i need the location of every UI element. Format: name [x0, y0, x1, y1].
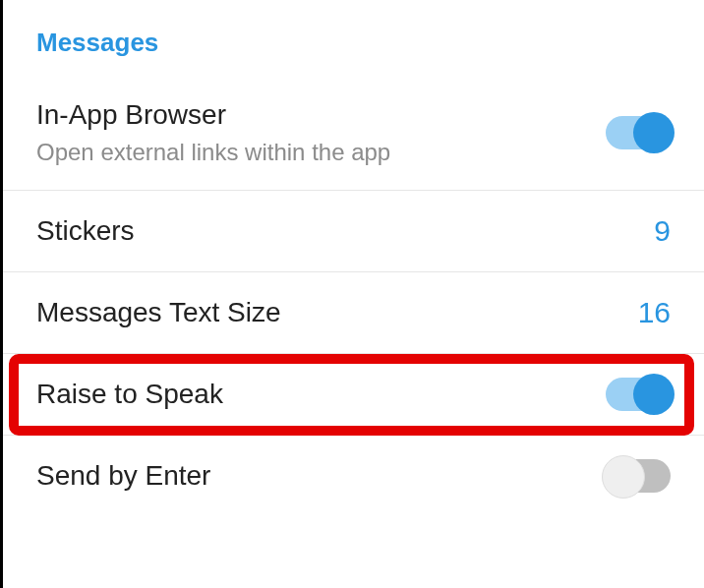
setting-value: 16 — [638, 296, 671, 329]
setting-stickers[interactable]: Stickers 9 — [3, 191, 704, 272]
setting-title: Messages Text Size — [36, 297, 281, 328]
setting-text: In-App Browser Open external links withi… — [36, 99, 390, 166]
highlighted-setting: Raise to Speak — [3, 354, 704, 436]
toggle-raise-to-speak[interactable] — [606, 378, 671, 411]
setting-title: Stickers — [36, 215, 135, 247]
setting-value: 9 — [654, 214, 671, 248]
setting-subtitle: Open external links within the app — [36, 139, 390, 166]
setting-text-size[interactable]: Messages Text Size 16 — [3, 272, 704, 354]
toggle-in-app-browser[interactable] — [606, 116, 671, 149]
section-header-messages: Messages — [3, 0, 704, 76]
toggle-send-by-enter[interactable] — [606, 459, 671, 493]
setting-title: Send by Enter — [36, 460, 210, 492]
setting-in-app-browser[interactable]: In-App Browser Open external links withi… — [3, 76, 704, 191]
setting-raise-to-speak[interactable]: Raise to Speak — [3, 354, 704, 436]
setting-title: Raise to Speak — [36, 379, 223, 410]
setting-title: In-App Browser — [36, 99, 390, 131]
setting-send-by-enter[interactable]: Send by Enter — [3, 436, 704, 516]
